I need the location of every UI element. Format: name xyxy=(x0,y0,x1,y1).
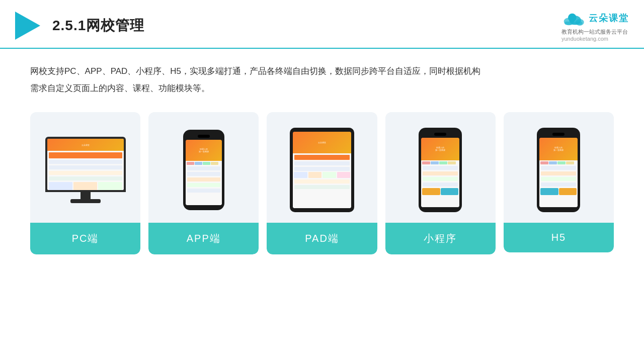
card-pc-label: PC端 xyxy=(30,223,140,254)
card-app-image: 职通人的第一堂网课 xyxy=(148,112,259,223)
main-content: 网校支持PC、APP、PAD、小程序、H5，实现多端打通，产品各终端自由切换，数… xyxy=(0,49,644,264)
page-title: 2.5.1网校管理 xyxy=(52,16,144,35)
card-pad-label: PAD端 xyxy=(267,223,377,254)
card-pad-image: 云朵课堂 xyxy=(267,112,377,223)
brand-logo: 云朵课堂 教育机构一站式服务云平台 yunduoketang.com xyxy=(560,9,629,42)
card-app-label: APP端 xyxy=(148,223,259,254)
brand-name: 云朵课堂 xyxy=(589,12,629,24)
description: 网校支持PC、APP、PAD、小程序、H5，实现多端打通，产品各终端自由切换，数… xyxy=(30,63,614,97)
h5-phone-icon: 职通人的第一堂网课 xyxy=(537,128,580,212)
card-h5: 职通人的第一堂网课 xyxy=(504,112,614,252)
brand-subtitle-text: 教育机构一站式服务云平台 xyxy=(561,28,628,36)
logo-triangle-icon xyxy=(15,12,40,40)
card-app: 职通人的第一堂网课 xyxy=(148,112,259,254)
card-miniprogram-label: 小程序 xyxy=(385,223,496,254)
miniprogram-phone-icon: 职通人的第一堂网课 xyxy=(419,128,462,212)
pc-monitor-icon: 云朵课堂 xyxy=(45,137,126,203)
cloud-icon xyxy=(560,9,586,27)
card-miniprogram: 职通人的第一堂网课 xyxy=(385,112,496,254)
cards-row: 云朵课堂 xyxy=(30,112,614,254)
brand-subtitle: 教育机构一站式服务云平台 yunduoketang.com xyxy=(561,27,628,42)
card-pc-image: 云朵课堂 xyxy=(30,112,140,223)
svg-rect-4 xyxy=(565,22,582,25)
card-miniprogram-image: 职通人的第一堂网课 xyxy=(385,112,496,223)
card-pad: 云朵课堂 xyxy=(267,112,377,254)
svg-point-3 xyxy=(568,14,577,22)
header-left: 2.5.1网校管理 xyxy=(15,12,144,40)
brand-url: yunduoketang.com xyxy=(561,36,628,42)
header: 2.5.1网校管理 云朵课堂 教育机构一站式服务云平台 yunduoketang… xyxy=(0,0,644,49)
card-pc: 云朵课堂 xyxy=(30,112,140,254)
cloud-logo: 云朵课堂 xyxy=(560,9,629,27)
card-h5-label: H5 xyxy=(504,223,614,252)
app-phone-icon: 职通人的第一堂网课 xyxy=(183,130,224,210)
description-line2: 需求自定义页面上的内容、课程、功能模块等。 xyxy=(30,80,614,97)
description-line1: 网校支持PC、APP、PAD、小程序、H5，实现多端打通，产品各终端自由切换，数… xyxy=(30,63,614,80)
pad-tablet-icon: 云朵课堂 xyxy=(290,128,354,212)
card-h5-image: 职通人的第一堂网课 xyxy=(504,112,614,223)
